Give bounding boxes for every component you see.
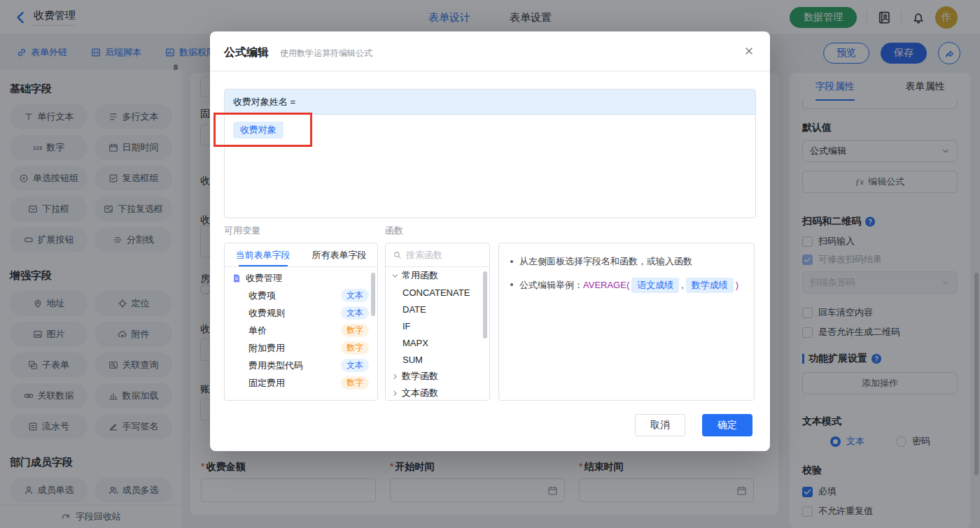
variables-label: 可用变量 bbox=[224, 224, 260, 237]
function-item[interactable]: MAPX bbox=[386, 334, 489, 351]
function-group-math[interactable]: 数学函数 bbox=[386, 368, 489, 385]
function-item[interactable]: IF bbox=[386, 317, 489, 334]
function-item[interactable]: DATE bbox=[386, 301, 489, 317]
formula-editor-modal: 公式编辑 使用数学运算符编辑公式 收费对象姓名 = 收费对象 可用变量 函数 当… bbox=[210, 31, 770, 451]
tip-line: 从左侧面板选择字段名和函数，或输入函数 bbox=[509, 255, 744, 269]
example-function: AVERAGE( bbox=[583, 280, 629, 290]
example-field-chip: 语文成绩 bbox=[631, 278, 679, 293]
variables-panel: 当前表单字段 所有表单字段 收费管理 收费项文本 收费规则文本 单价数字 附加费… bbox=[224, 243, 378, 401]
function-search-input[interactable]: 搜索函数 bbox=[386, 243, 489, 267]
function-group-text[interactable]: 文本函数 bbox=[386, 385, 489, 401]
function-item[interactable]: SUM bbox=[386, 351, 489, 368]
function-group-common[interactable]: 常用函数 bbox=[386, 267, 489, 284]
modal-title: 公式编辑 bbox=[224, 45, 269, 60]
search-icon bbox=[393, 250, 402, 259]
modal-divider bbox=[210, 71, 770, 71]
variable-row[interactable]: 收费规则文本 bbox=[225, 304, 377, 322]
confirm-button[interactable]: 确定 bbox=[702, 414, 752, 436]
document-icon bbox=[232, 273, 241, 283]
type-badge: 文本 bbox=[341, 289, 369, 302]
type-badge: 文本 bbox=[341, 306, 369, 320]
variable-row[interactable]: 单价数字 bbox=[225, 322, 377, 339]
close-icon[interactable] bbox=[743, 45, 755, 57]
variables-tabs: 当前表单字段 所有表单字段 bbox=[225, 243, 377, 267]
tab-all-form-fields[interactable]: 所有表单字段 bbox=[301, 243, 377, 266]
variable-row[interactable]: 附加费用数字 bbox=[225, 339, 377, 357]
functions-scrollbar[interactable] bbox=[483, 271, 487, 338]
type-badge: 数字 bbox=[341, 376, 369, 390]
formula-editor-box[interactable]: 收费对象姓名 = 收费对象 bbox=[224, 89, 756, 218]
type-badge: 数字 bbox=[341, 324, 369, 337]
bullet-icon bbox=[510, 283, 513, 286]
tips-panel: 从左侧面板选择字段名和函数，或输入函数 公式编辑举例：AVERAGE(语文成绩,… bbox=[498, 243, 755, 401]
variable-row[interactable]: 收费项文本 bbox=[225, 287, 377, 304]
modal-subtitle: 使用数学运算符编辑公式 bbox=[280, 48, 372, 59]
tip-example-line: 公式编辑举例：AVERAGE(语文成绩,数学成绩) bbox=[509, 278, 744, 293]
form-tree-root[interactable]: 收费管理 bbox=[225, 267, 377, 287]
cancel-button[interactable]: 取消 bbox=[635, 414, 685, 436]
tab-current-form-fields[interactable]: 当前表单字段 bbox=[225, 243, 301, 266]
chevron-right-icon bbox=[391, 390, 399, 397]
variable-row[interactable]: 固定费用数字 bbox=[225, 374, 377, 392]
example-field-chip: 数学成绩 bbox=[686, 278, 734, 293]
functions-label: 函数 bbox=[385, 224, 403, 237]
bullet-icon bbox=[510, 260, 513, 263]
formula-target: 收费对象姓名 = bbox=[225, 90, 755, 115]
modal-header: 公式编辑 使用数学运算符编辑公式 bbox=[210, 31, 770, 60]
type-badge: 数字 bbox=[341, 341, 369, 355]
chevron-right-icon bbox=[391, 373, 399, 380]
functions-panel: 搜索函数 常用函数 CONCATENATE DATE IF MAPX SUM 数… bbox=[385, 243, 490, 401]
variable-row[interactable]: 费用类型代码文本 bbox=[225, 357, 377, 374]
function-item[interactable]: CONCATENATE bbox=[386, 284, 489, 301]
type-badge: 文本 bbox=[341, 359, 369, 372]
chevron-down-icon bbox=[391, 272, 399, 280]
variables-scrollbar[interactable] bbox=[371, 273, 375, 316]
search-placeholder: 搜索函数 bbox=[406, 249, 442, 262]
formula-field-chip[interactable]: 收费对象 bbox=[233, 122, 284, 138]
formula-body[interactable]: 收费对象 bbox=[225, 115, 755, 145]
